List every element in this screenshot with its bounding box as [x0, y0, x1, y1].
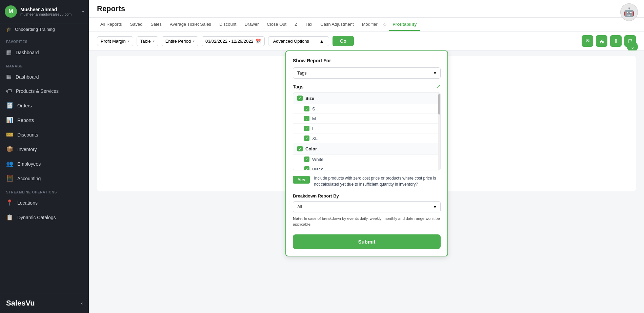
tab-saved[interactable]: Saved: [127, 18, 146, 31]
show-report-for-select[interactable]: Tags ▾: [293, 67, 441, 79]
catalogs-icon: 📋: [6, 214, 13, 221]
size-checkbox[interactable]: ✓: [297, 96, 303, 101]
l-checkbox[interactable]: ✓: [304, 126, 309, 131]
reports-icon: 📊: [6, 117, 13, 124]
tab-close-out[interactable]: Close Out: [263, 18, 290, 31]
calendar-icon[interactable]: 📅: [256, 39, 261, 44]
tab-drawer[interactable]: Drawer: [241, 18, 262, 31]
tags-section-header: Tags ⤢: [293, 83, 441, 90]
advanced-options-label: Advanced Options: [273, 39, 309, 44]
sidebar-item-label: Dashboard: [16, 74, 39, 80]
black-checkbox[interactable]: ✓: [304, 166, 309, 170]
orders-icon: 🧾: [6, 102, 13, 109]
section-label-streamline: STREAMLINE OPERATIONS: [0, 186, 89, 195]
email-button[interactable]: ✉: [582, 35, 593, 47]
white-checkbox[interactable]: ✓: [304, 156, 309, 162]
expand-tags-icon[interactable]: ⤢: [436, 83, 441, 90]
tag-black-label: Black: [312, 167, 323, 171]
star-icon[interactable]: ☆: [382, 21, 387, 28]
sidebar-item-onboarding[interactable]: 🎓 Onboarding Training: [0, 23, 89, 35]
sidebar-item-dashboard-fav[interactable]: ▦ Dashboard: [0, 45, 89, 60]
onboarding-icon: 🎓: [6, 27, 12, 32]
show-report-for-value: Tags: [297, 70, 306, 76]
yes-no-row: Yes Include products with zero cost pric…: [293, 175, 441, 187]
section-label-manage: MANAGE: [0, 60, 89, 69]
tag-s-label: S: [312, 106, 315, 111]
sidebar-item-label: Inventory: [17, 147, 37, 152]
employees-icon: 👥: [6, 160, 13, 167]
sidebar-item-dynamic-catalogs[interactable]: 📋 Dynamic Catalogs: [0, 210, 89, 225]
sidebar-item-dashboard[interactable]: ▦ Dashboard: [0, 69, 89, 84]
filters-row: Profit Margin ▾ Table ▾ Entire Period ▾ …: [89, 32, 644, 50]
breakdown-value: All: [297, 204, 302, 209]
advanced-options-select[interactable]: Advanced Options ▲: [268, 36, 329, 46]
view-type-select[interactable]: Table ▾: [137, 36, 158, 46]
sidebar-collapse-button[interactable]: ‹: [81, 300, 83, 306]
sidebar-item-employees[interactable]: 👥 Employees: [0, 156, 89, 171]
page-title: Reports: [97, 4, 125, 13]
sidebar-item-label: Products & Services: [16, 88, 59, 94]
tag-item-xl[interactable]: ✓ XL: [293, 133, 440, 143]
tag-item-black[interactable]: ✓ Black: [293, 164, 440, 170]
tag-item-white[interactable]: ✓ White: [293, 154, 440, 164]
tab-discount[interactable]: Discount: [216, 18, 240, 31]
show-report-for-caret: ▾: [434, 70, 436, 76]
advanced-options-panel: Show Report For Tags ▾ Tags ⤢ ✓ Size ✓ S: [285, 50, 448, 256]
tag-item-l[interactable]: ✓ L: [293, 124, 440, 133]
sidebar-item-reports[interactable]: 📊 Reports: [0, 113, 89, 127]
period-caret: ▾: [193, 39, 195, 43]
share-button[interactable]: ⬆: [610, 35, 622, 47]
yes-toggle[interactable]: Yes: [293, 176, 310, 184]
sidebar-item-accounting[interactable]: 🧮 Accounting: [0, 171, 89, 186]
tab-avg-ticket[interactable]: Average Ticket Sales: [166, 18, 215, 31]
scrollbar-track: [438, 93, 440, 170]
sidebar-item-inventory[interactable]: 📦 Inventory: [0, 142, 89, 156]
tab-all-reports[interactable]: All Reports: [97, 18, 125, 31]
s-checkbox[interactable]: ✓: [304, 106, 309, 111]
tab-sales[interactable]: Sales: [147, 18, 165, 31]
tags-label: Tags: [293, 84, 304, 89]
period-select[interactable]: Entire Period ▾: [162, 36, 198, 46]
report-type-value: Profit Margin: [101, 39, 126, 44]
accounting-icon: 🧮: [6, 175, 13, 182]
show-report-for-label: Show Report For: [293, 58, 441, 63]
sidebar-header[interactable]: M Musheer Ahmad musheer.ahmad@salesvu.co…: [0, 0, 89, 23]
sidebar-logo: SalesVu ‹: [0, 293, 89, 313]
tag-m-label: M: [312, 116, 316, 121]
tab-profitability[interactable]: Profitability: [389, 18, 420, 31]
content-area: ℹ Select any filter(s) and click Go butt…: [89, 50, 644, 313]
tag-item-s[interactable]: ✓ S: [293, 104, 440, 114]
report-type-select[interactable]: Profit Margin ▾: [97, 36, 133, 46]
sidebar-item-label: Dashboard: [16, 50, 39, 55]
breakdown-caret: ▾: [434, 204, 436, 209]
date-range-input[interactable]: 03/02/2022 - 12/29/2022 📅: [202, 36, 265, 46]
tag-group-color-label: Color: [305, 146, 317, 151]
tag-item-m[interactable]: ✓ M: [293, 114, 440, 124]
robot-assistant-icon[interactable]: 🤖: [620, 3, 638, 21]
tag-xl-label: XL: [312, 136, 318, 141]
sidebar-item-orders[interactable]: 🧾 Orders: [0, 98, 89, 113]
tab-cash-adj[interactable]: Cash Adjustment: [317, 18, 357, 31]
user-menu-chevron[interactable]: ▾: [82, 9, 84, 14]
m-checkbox[interactable]: ✓: [304, 116, 309, 121]
tab-z[interactable]: Z: [291, 18, 301, 31]
section-label-favorites: FAVORITES: [0, 35, 89, 45]
sidebar-item-label: Employees: [17, 161, 41, 167]
sidebar-item-products-services[interactable]: 🏷 Products & Services: [0, 84, 89, 98]
print-button[interactable]: 🖨: [596, 35, 607, 47]
submit-button[interactable]: Submit: [293, 234, 441, 249]
xl-checkbox[interactable]: ✓: [304, 135, 309, 141]
tab-tax[interactable]: Tax: [302, 18, 316, 31]
tabs-bar: All Reports Saved Sales Average Ticket S…: [89, 18, 644, 32]
breakdown-select[interactable]: All ▾: [293, 201, 441, 212]
sidebar-item-label: Orders: [17, 103, 32, 108]
go-button[interactable]: Go: [333, 36, 354, 46]
sidebar-item-label: Discounts: [17, 132, 38, 138]
color-checkbox[interactable]: ✓: [297, 146, 303, 151]
sidebar-item-locations[interactable]: 📍 Locations: [0, 195, 89, 210]
sidebar-item-discounts[interactable]: 🎫 Discounts: [0, 127, 89, 142]
tag-group-size[interactable]: ✓ Size: [293, 93, 440, 104]
tab-modifier[interactable]: Modifier: [359, 18, 381, 31]
tag-group-color[interactable]: ✓ Color: [293, 143, 440, 154]
scrollbar-thumb[interactable]: [438, 94, 440, 114]
